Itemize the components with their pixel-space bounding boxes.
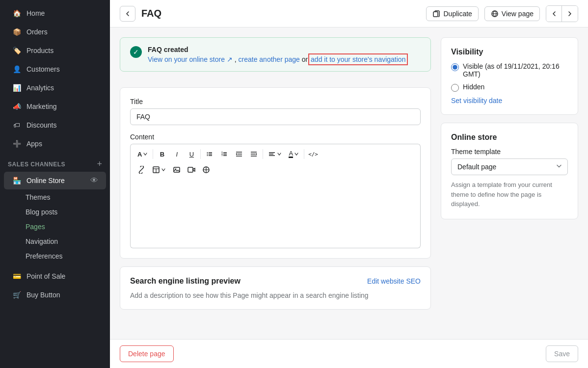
indent-left-icon — [235, 150, 243, 158]
add-sales-channel-button[interactable]: + — [97, 159, 102, 169]
text-align-button[interactable] — [265, 147, 285, 161]
sidebar-sub-item-navigation[interactable]: Navigation — [4, 235, 106, 248]
italic-button[interactable]: I — [170, 147, 184, 161]
page-navigation — [546, 5, 578, 22]
view-page-icon — [491, 10, 499, 18]
delete-page-button[interactable]: Delete page — [120, 345, 174, 362]
insert-embed-button[interactable] — [199, 163, 213, 177]
sidebar-label-marketing: Marketing — [27, 103, 56, 110]
indent-right-button[interactable] — [247, 147, 261, 161]
sidebar-item-marketing[interactable]: 📣 Marketing — [4, 98, 106, 115]
view-page-button[interactable]: View page — [484, 6, 540, 21]
visibility-card: Visibility Visible (as of 19/11/2021, 20… — [441, 37, 578, 115]
apps-icon: ➕ — [12, 139, 22, 149]
insert-image-button[interactable] — [170, 163, 184, 177]
hidden-radio[interactable] — [451, 84, 459, 92]
buy-button-icon: 🛒 — [12, 290, 22, 300]
home-icon: 🏠 — [12, 8, 22, 18]
sidebar-label-point-of-sale: Point of Sale — [27, 272, 65, 280]
visibility-title: Visibility — [451, 48, 568, 56]
main-content: FAQ Duplicate View page — [110, 0, 588, 368]
sidebar-sub-item-preferences[interactable]: Preferences — [4, 249, 106, 263]
visibility-hidden-option[interactable]: Hidden — [451, 83, 568, 92]
sidebar-item-discounts[interactable]: 🏷 Discounts — [4, 116, 106, 134]
point-of-sale-icon: 💳 — [12, 271, 22, 281]
orders-icon: 📦 — [12, 27, 22, 37]
back-button[interactable] — [120, 6, 135, 22]
edit-seo-link[interactable]: Edit website SEO — [367, 277, 421, 285]
insert-table-button[interactable] — [149, 163, 169, 177]
prev-page-button[interactable] — [546, 6, 562, 22]
text-color-button[interactable]: A — [286, 147, 302, 161]
toolbar-divider-2 — [200, 149, 201, 159]
sidebar-sub-label-preferences: Preferences — [26, 252, 62, 260]
sidebar-item-apps[interactable]: ➕ Apps — [4, 135, 106, 153]
template-select[interactable]: Default page Contact FAQ Home — [451, 158, 568, 175]
font-size-button[interactable]: A — [134, 147, 151, 161]
text-align-icon — [268, 150, 276, 158]
eye-icon: 👁 — [90, 176, 98, 185]
sidebar: 🏠 Home 📦 Orders 🏷️ Products 👤 Customers … — [0, 0, 110, 368]
sidebar-item-products[interactable]: 🏷️ Products — [4, 42, 106, 59]
indent-left-button[interactable] — [232, 147, 246, 161]
svg-point-8 — [207, 154, 208, 155]
sidebar-sub-item-pages[interactable]: Pages — [4, 220, 106, 234]
save-button[interactable]: Save — [546, 345, 578, 362]
font-size-dropdown-icon — [143, 152, 148, 157]
content-area: ✓ FAQ created View on your online store … — [110, 27, 588, 339]
ordered-list-button[interactable]: 123 — [217, 147, 231, 161]
editor-toolbar: A B I U 123 — [130, 144, 421, 180]
discounts-icon: 🏷 — [12, 120, 22, 130]
title-field-label: Title — [130, 98, 421, 105]
toolbar-divider-1 — [153, 149, 153, 159]
sidebar-sub-item-themes[interactable]: Themes — [4, 190, 106, 204]
banner-links: View on your online store ↗ , create ano… — [148, 55, 406, 63]
success-banner: ✓ FAQ created View on your online store … — [120, 37, 431, 72]
svg-rect-31 — [188, 167, 193, 172]
bold-button[interactable]: B — [155, 147, 169, 161]
create-another-page-link[interactable]: create another page — [239, 55, 300, 63]
sidebar-item-point-of-sale[interactable]: 💳 Point of Sale — [4, 267, 106, 285]
unordered-list-icon — [206, 150, 214, 158]
sidebar-item-online-store[interactable]: 🏪 Online Store 👁 — [4, 172, 106, 189]
set-visibility-date-link[interactable]: Set visibility date — [451, 97, 502, 105]
sidebar-item-customers[interactable]: 👤 Customers — [4, 60, 106, 78]
title-input[interactable] — [130, 108, 421, 125]
ordered-list-icon: 123 — [220, 150, 228, 158]
next-page-button[interactable] — [562, 6, 578, 22]
indent-right-icon — [250, 150, 258, 158]
insert-link-button[interactable] — [134, 163, 148, 177]
table-icon — [152, 166, 160, 174]
underline-button[interactable]: U — [185, 147, 198, 161]
svg-point-7 — [207, 152, 208, 153]
insert-video-button[interactable] — [185, 163, 198, 177]
sidebar-label-orders: Orders — [27, 28, 48, 36]
sidebar-item-analytics[interactable]: 📊 Analytics — [4, 79, 106, 97]
sidebar-item-buy-button[interactable]: 🛒 Buy Button — [4, 286, 106, 304]
online-store-icon: 🏪 — [12, 176, 22, 185]
seo-title: Search engine listing preview — [130, 277, 241, 286]
duplicate-icon — [432, 10, 440, 18]
sidebar-sub-item-blog-posts[interactable]: Blog posts — [4, 205, 106, 219]
toolbar-divider-4 — [304, 149, 304, 159]
sidebar-label-apps: Apps — [27, 140, 42, 148]
page-title: FAQ — [141, 8, 161, 19]
align-dropdown-icon — [277, 152, 282, 157]
sidebar-label-customers: Customers — [27, 65, 60, 73]
chevron-left-icon — [550, 10, 558, 18]
embed-icon — [202, 166, 210, 174]
svg-text:3: 3 — [221, 154, 223, 157]
view-online-store-link[interactable]: View on your online store ↗ — [148, 55, 233, 63]
sidebar-item-home[interactable]: 🏠 Home — [4, 4, 106, 22]
unordered-list-button[interactable] — [203, 147, 216, 161]
content-editor[interactable] — [130, 180, 421, 248]
sidebar-item-orders[interactable]: 📦 Orders — [4, 23, 106, 41]
visibility-visible-option[interactable]: Visible (as of 19/11/2021, 20:16 GMT) — [451, 62, 568, 78]
html-source-button[interactable]: </> — [306, 147, 320, 161]
template-select-wrap: Default page Contact FAQ Home — [451, 158, 568, 175]
template-description: Assign a template from your current them… — [451, 180, 568, 209]
sidebar-label-buy-button: Buy Button — [27, 291, 60, 299]
add-to-navigation-link[interactable]: add it to your store's navigation — [311, 55, 405, 63]
duplicate-button[interactable]: Duplicate — [426, 6, 478, 21]
visible-radio[interactable] — [451, 63, 459, 71]
